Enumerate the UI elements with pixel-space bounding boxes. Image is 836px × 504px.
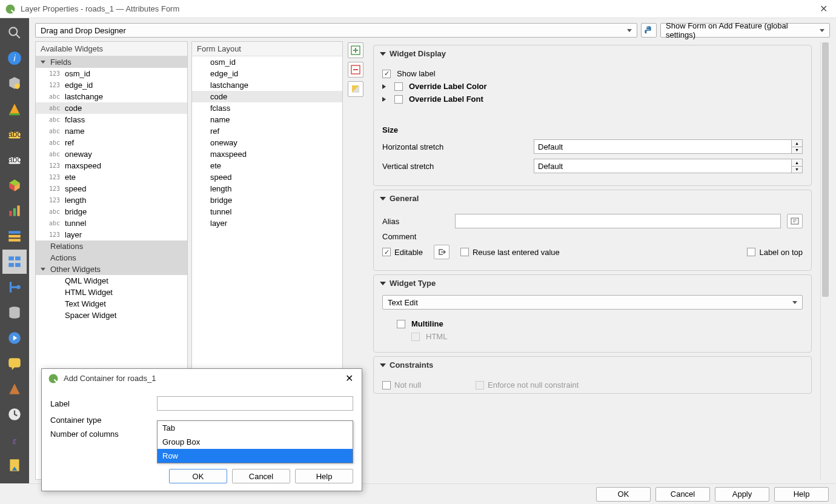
- label-top-label: Label on top: [759, 248, 803, 257]
- layout-item[interactable]: code: [192, 91, 342, 102]
- layout-item[interactable]: maxspeed: [192, 148, 342, 160]
- metadata-icon[interactable]: [2, 453, 27, 477]
- storage-icon[interactable]: [2, 300, 27, 325]
- expand-icon[interactable]: [382, 84, 386, 89]
- joins-icon[interactable]: [2, 275, 27, 299]
- dialog-ok-button[interactable]: OK: [169, 469, 227, 483]
- source-icon[interactable]: [2, 71, 27, 96]
- reuse-checkbox[interactable]: [460, 248, 469, 256]
- invert-selection-button[interactable]: [348, 81, 363, 97]
- other-widget-item[interactable]: Spacer Widget: [36, 310, 187, 321]
- symbology-icon[interactable]: [2, 97, 27, 121]
- general-group-header[interactable]: General: [374, 190, 811, 207]
- help-button[interactable]: Help: [774, 487, 829, 502]
- field-item[interactable]: abcfclass: [36, 114, 187, 125]
- masks-icon[interactable]: abc: [2, 148, 27, 172]
- field-item[interactable]: 123ete: [36, 171, 187, 183]
- labels-icon[interactable]: abc: [2, 122, 27, 147]
- combo-option-groupbox[interactable]: Group Box: [158, 435, 353, 449]
- other-widgets-group[interactable]: Other Widgets: [36, 264, 187, 275]
- fields-icon[interactable]: [2, 224, 27, 248]
- form-layout-header: Form Layout: [192, 42, 342, 56]
- vstretch-spinner[interactable]: ▲▼: [534, 159, 803, 173]
- actions-icon[interactable]: [2, 326, 27, 350]
- override-font-checkbox[interactable]: [394, 95, 403, 104]
- field-item[interactable]: 123maxspeed: [36, 160, 187, 171]
- alias-input[interactable]: [455, 214, 781, 228]
- show-label-checkbox[interactable]: [382, 70, 391, 78]
- actions-group[interactable]: Actions: [36, 252, 187, 264]
- scrollbar[interactable]: [820, 41, 830, 480]
- override-color-checkbox[interactable]: [394, 82, 403, 91]
- field-item[interactable]: 123edge_id: [36, 79, 187, 91]
- dialog-help-button[interactable]: Help: [295, 469, 353, 483]
- dialog-cancel-button[interactable]: Cancel: [232, 469, 290, 483]
- layout-item[interactable]: lastchange: [192, 79, 342, 91]
- field-item[interactable]: abcname: [36, 125, 187, 137]
- combo-option-tab[interactable]: Tab: [158, 421, 353, 435]
- relations-group[interactable]: Relations: [36, 240, 187, 252]
- constraints-group-header[interactable]: Constraints: [374, 357, 811, 373]
- display-icon[interactable]: [2, 351, 27, 376]
- information-icon[interactable]: i: [2, 46, 27, 70]
- svg-rect-14: [8, 235, 21, 237]
- field-item[interactable]: 123speed: [36, 183, 187, 194]
- field-item[interactable]: abcbridge: [36, 206, 187, 217]
- python-init-button[interactable]: [641, 23, 657, 38]
- ok-button[interactable]: OK: [596, 487, 651, 502]
- variables-icon[interactable]: ε: [2, 428, 27, 452]
- field-item[interactable]: 123layer: [36, 229, 187, 240]
- diagrams-icon[interactable]: [2, 199, 27, 223]
- layout-item[interactable]: bridge: [192, 194, 342, 206]
- other-widget-item[interactable]: QML Widget: [36, 275, 187, 287]
- temporal-icon[interactable]: [2, 402, 27, 426]
- dialog-close-button[interactable]: ✕: [343, 373, 356, 384]
- multiline-checkbox[interactable]: [397, 320, 405, 328]
- field-item[interactable]: abcref: [36, 137, 187, 148]
- hstretch-spinner[interactable]: ▲▼: [534, 139, 803, 154]
- layout-item[interactable]: ref: [192, 125, 342, 137]
- window-close-button[interactable]: ✕: [816, 3, 831, 15]
- layout-item[interactable]: oneway: [192, 137, 342, 148]
- layout-item[interactable]: length: [192, 183, 342, 194]
- widget-type-group-header[interactable]: Widget Type: [374, 275, 811, 291]
- layout-item[interactable]: tunnel: [192, 206, 342, 217]
- field-item[interactable]: abclastchange: [36, 91, 187, 102]
- override-color-label: Override Label Color: [409, 82, 487, 91]
- field-item[interactable]: abctunnel: [36, 217, 187, 229]
- layout-item[interactable]: layer: [192, 217, 342, 229]
- cancel-button[interactable]: Cancel: [655, 487, 710, 502]
- label-top-checkbox[interactable]: [747, 248, 755, 256]
- layout-item[interactable]: fclass: [192, 102, 342, 114]
- layout-item[interactable]: ete: [192, 160, 342, 171]
- dialog-label-input[interactable]: [157, 396, 353, 411]
- field-item[interactable]: abconeway: [36, 148, 187, 160]
- combo-option-row[interactable]: Row: [158, 449, 353, 463]
- layout-item[interactable]: name: [192, 114, 342, 125]
- fields-group[interactable]: Fields: [36, 56, 187, 68]
- rendering-icon[interactable]: [2, 377, 27, 401]
- 3dview-icon[interactable]: [2, 173, 27, 197]
- widget-type-dropdown[interactable]: Text Edit: [382, 295, 803, 310]
- show-form-dropdown[interactable]: Show Form on Add Feature (global setting…: [660, 23, 830, 38]
- other-widget-item[interactable]: Text Widget: [36, 298, 187, 310]
- editable-checkbox[interactable]: [382, 248, 391, 256]
- field-item[interactable]: 123length: [36, 194, 187, 206]
- field-item[interactable]: abccode: [36, 102, 187, 114]
- expand-icon[interactable]: [382, 97, 386, 102]
- form-layout-type-dropdown[interactable]: Drag and Drop Designer: [35, 23, 637, 38]
- field-item[interactable]: 123osm_id: [36, 68, 187, 79]
- layout-item[interactable]: osm_id: [192, 56, 342, 68]
- editable-override-button[interactable]: [434, 245, 450, 259]
- apply-button[interactable]: Apply: [715, 487, 769, 502]
- attributes-form-icon[interactable]: [2, 250, 27, 274]
- search-icon[interactable]: [2, 21, 27, 45]
- alias-expression-button[interactable]: [787, 214, 803, 228]
- layout-item[interactable]: speed: [192, 171, 342, 183]
- remove-item-button[interactable]: [348, 62, 363, 78]
- other-widget-item[interactable]: HTML Widget: [36, 287, 187, 298]
- add-container-button[interactable]: [348, 42, 363, 58]
- layout-item[interactable]: edge_id: [192, 68, 342, 79]
- widget-display-group-header[interactable]: Widget Display: [374, 45, 811, 62]
- not-null-checkbox[interactable]: [382, 381, 391, 390]
